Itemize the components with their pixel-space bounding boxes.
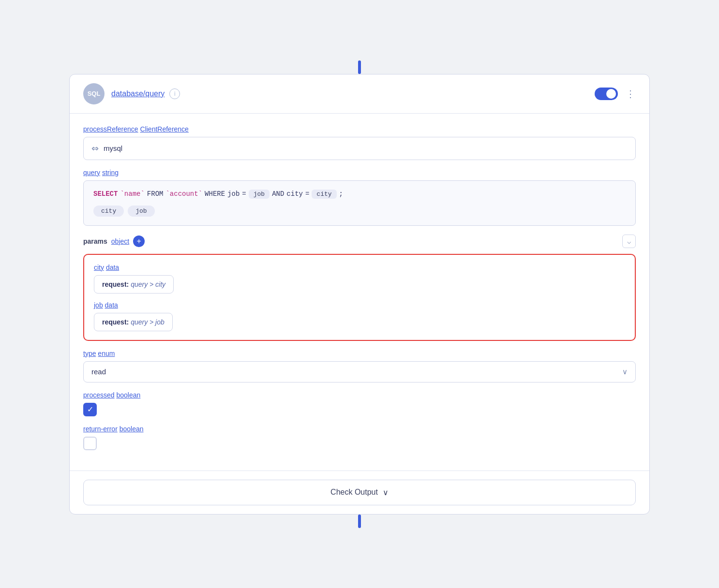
sql-eq2: = [305,190,309,198]
param-city: city data request: query > city [94,264,625,294]
sql-city-keyword: city [286,190,303,198]
sql-and-kw: AND [272,190,284,198]
more-options-button[interactable]: ⋮ [626,88,636,100]
toggle-switch[interactable] [595,88,618,100]
tag-job[interactable]: job [128,206,154,217]
collapse-params-button[interactable]: ⌵ [622,235,636,248]
sql-job-keyword: job [227,190,240,198]
sql-name-field: `name` [120,190,144,198]
type-label: type enum [83,350,636,357]
return-error-checkbox-wrap [83,437,636,450]
sql-semi: ; [339,190,343,198]
sql-job-var: job [249,190,270,199]
sql-city-var: city [312,190,336,199]
client-reference-link[interactable]: ClientReference [140,125,189,133]
return-error-checkbox[interactable] [83,437,97,450]
process-reference-field: processReference ClientReference ⇔ mysql [83,125,636,160]
check-output-button[interactable]: Check Output ∨ [83,480,636,505]
query-line: SELECT `name` FROM `account` WHERE job =… [93,190,626,199]
header-title-link[interactable]: database/query [111,89,165,98]
params-header: params object + ⌵ [83,235,636,248]
processed-field: processed boolean [83,391,636,416]
main-card: SQL database/query i ⋮ processReference … [69,74,650,514]
return-error-label: return-error boolean [83,425,636,433]
return-error-type-link[interactable]: boolean [120,425,144,433]
params-field: params object + ⌵ city data request: que… [83,235,636,341]
param-city-value: request: query > city [94,275,174,294]
processed-type-link[interactable]: boolean [116,391,140,399]
connection-value: mysql [104,144,122,152]
processed-label: processed boolean [83,391,636,399]
sql-select-kw: SELECT [93,190,118,198]
query-type-link[interactable]: string [102,169,119,176]
header-right: ⋮ [595,88,636,100]
tag-city[interactable]: city [93,206,124,217]
param-city-prefix: request: [102,280,129,288]
check-output-label: Check Output [330,488,378,497]
sql-badge: SQL [83,83,105,104]
card-body: processReference ClientReference ⇔ mysql… [70,114,649,470]
card-header: SQL database/query i ⋮ [70,74,649,114]
param-job-value: request: query > job [94,313,173,331]
return-error-field: return-error boolean [83,425,636,450]
processed-checkbox-wrap [83,403,636,416]
card-footer: Check Output ∨ [70,470,649,514]
chevron-down-icon: ∨ [622,368,628,376]
add-param-button[interactable]: + [133,235,145,247]
params-box: city data request: query > city job data… [83,254,636,341]
sql-account-field: `account` [165,190,202,198]
sql-eq1: = [242,190,246,198]
param-job-type-link[interactable]: data [105,301,118,309]
query-tags-row: city job [93,206,626,217]
sql-from-kw: FROM [147,190,164,198]
connection-input[interactable]: ⇔ mysql [83,137,636,160]
query-field: query string SELECT `name` FROM `account… [83,169,636,226]
param-city-path: query > city [131,280,165,288]
type-enum-link[interactable]: enum [98,350,115,357]
check-output-chevron: ∨ [383,488,389,497]
query-label: query string [83,169,636,176]
params-type-link[interactable]: object [111,237,129,245]
param-city-label: city data [94,264,625,271]
param-city-type-link[interactable]: data [106,264,119,271]
info-icon[interactable]: i [169,88,180,99]
param-job-path: query > job [131,318,165,326]
params-label: params [83,237,107,245]
type-value: read [91,368,106,376]
process-reference-label: processReference ClientReference [83,125,636,133]
param-job-label: job data [94,301,625,309]
param-job: job data request: query > job [94,301,625,331]
sql-where-kw: WHERE [205,190,225,198]
type-field: type enum read ∨ [83,350,636,382]
processed-checkbox[interactable] [83,403,97,416]
param-job-prefix: request: [102,318,129,326]
query-box[interactable]: SELECT `name` FROM `account` WHERE job =… [83,180,636,226]
type-dropdown[interactable]: read ∨ [83,361,636,382]
link-icon: ⇔ [91,143,99,154]
